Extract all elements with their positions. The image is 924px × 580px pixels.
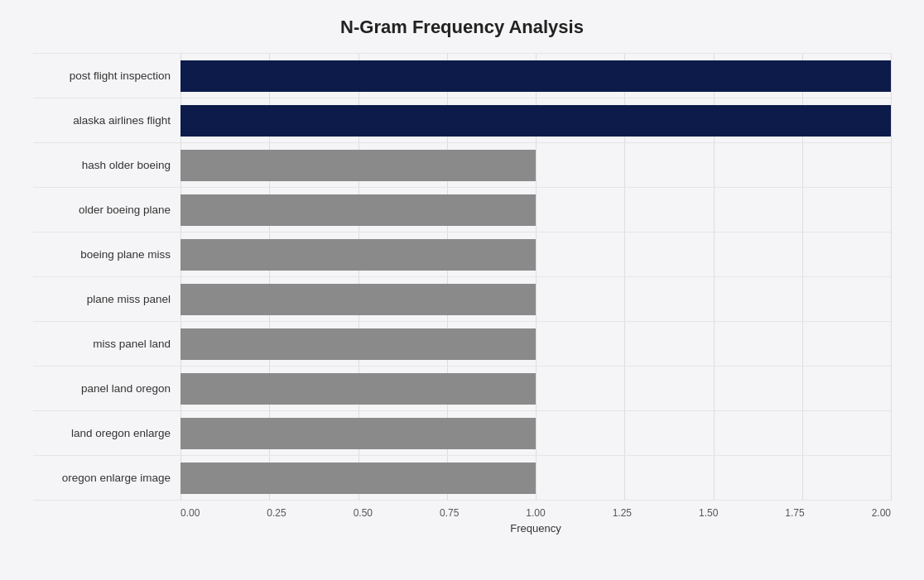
bar-fill <box>180 194 536 226</box>
bar-fill <box>180 463 536 494</box>
bar-label: post flight inspection <box>33 70 180 82</box>
bar-label: land oregon enlarge <box>33 427 180 439</box>
x-tick: 0.25 <box>267 507 286 519</box>
bar-track <box>180 188 891 232</box>
bar-label: alaska airlines flight <box>33 114 180 127</box>
bar-fill <box>180 328 536 360</box>
x-tick: 0.00 <box>180 507 200 519</box>
bar-fill <box>180 105 891 137</box>
bar-label: older boeing plane <box>33 204 180 216</box>
bar-row: plane miss panel <box>33 277 891 322</box>
bar-row: older boeing plane <box>33 188 891 232</box>
bar-label: oregon enlarge image <box>33 472 180 484</box>
x-tick: 0.50 <box>354 507 373 519</box>
bar-label: hash older boeing <box>33 159 180 171</box>
bar-row: oregon enlarge image <box>33 456 891 501</box>
chart-area: post flight inspectionalaska airlines fl… <box>33 53 891 501</box>
bar-track <box>180 232 891 276</box>
bar-track <box>180 143 891 187</box>
bar-row: land oregon enlarge <box>33 411 891 456</box>
bar-fill <box>180 60 891 92</box>
bar-label: panel land oregon <box>33 382 180 395</box>
x-tick: 1.25 <box>613 507 632 519</box>
chart-title: N-Gram Frequency Analysis <box>33 17 891 38</box>
x-tick: 1.75 <box>785 507 804 519</box>
bar-track <box>180 98 891 142</box>
x-tick: 1.00 <box>526 507 545 519</box>
x-ticks: 0.000.250.500.751.001.251.501.752.00 <box>180 507 891 519</box>
bar-fill <box>180 418 536 449</box>
rows-area: post flight inspectionalaska airlines fl… <box>33 53 891 501</box>
bar-row: post flight inspection <box>33 53 891 98</box>
bar-track <box>180 456 891 500</box>
x-tick: 1.50 <box>699 507 718 519</box>
x-tick: 0.75 <box>440 507 459 519</box>
bar-fill <box>180 373 536 405</box>
chart-container: N-Gram Frequency Analysis post flight in… <box>0 0 924 580</box>
bar-fill <box>180 239 536 271</box>
bar-row: panel land oregon <box>33 367 891 411</box>
bar-label: boeing plane miss <box>33 248 180 261</box>
bar-label: plane miss panel <box>33 293 180 305</box>
bar-label: miss panel land <box>33 338 180 350</box>
bar-row: alaska airlines flight <box>33 98 891 143</box>
bar-track <box>180 367 891 410</box>
x-tick: 2.00 <box>872 507 891 519</box>
bar-fill <box>180 150 536 181</box>
bar-row: hash older boeing <box>33 143 891 188</box>
x-axis: 0.000.250.500.751.001.251.501.752.00 Fre… <box>180 507 891 534</box>
bar-track <box>180 411 891 455</box>
bar-fill <box>180 284 536 315</box>
bar-row: boeing plane miss <box>33 232 891 277</box>
x-axis-label: Frequency <box>180 522 891 534</box>
bar-row: miss panel land <box>33 322 891 367</box>
bar-track <box>180 277 891 321</box>
bar-track <box>180 54 891 98</box>
bar-track <box>180 322 891 366</box>
grid-line <box>891 53 892 501</box>
